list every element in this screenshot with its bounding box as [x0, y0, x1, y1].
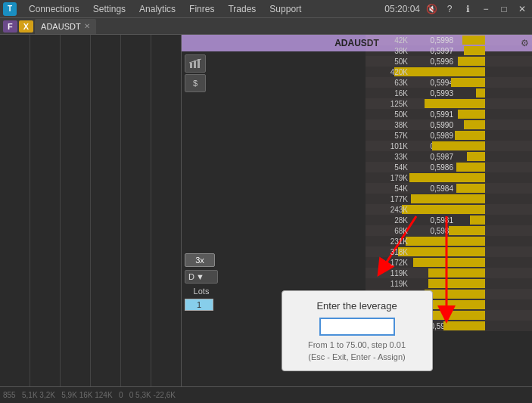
- tab-close-icon[interactable]: ✕: [84, 22, 90, 30]
- dollar-button[interactable]: $: [185, 74, 206, 92]
- price-bar: [451, 78, 485, 87]
- price-value: 0,5989: [411, 132, 455, 140]
- price-bar: [398, 247, 485, 256]
- chevron-down-icon: ▼: [196, 272, 204, 281]
- clock: 05:20:04: [384, 4, 420, 14]
- price-volume: 54K: [366, 184, 411, 193]
- price-bar: [456, 184, 485, 193]
- price-row: 63K0,5994: [366, 77, 532, 88]
- left-col-1: [0, 35, 30, 386]
- price-volume: 179K: [366, 174, 411, 182]
- price-row: 179K0,5985: [366, 172, 532, 183]
- tab-x[interactable]: X: [19, 20, 33, 33]
- nav-analytics[interactable]: Analytics: [133, 2, 182, 16]
- price-row: 54K0,5986: [366, 162, 532, 172]
- price-row: 243K0,5982: [366, 204, 532, 215]
- price-bar: [467, 152, 485, 161]
- mute-icon[interactable]: 🔇: [425, 2, 438, 16]
- price-row: 101K0,5988: [366, 141, 532, 151]
- close-button[interactable]: ✕: [515, 2, 529, 16]
- bottom-data: 855 5,1K 3,2K 5,9K 16K 124K 0 0 5,3K -22…: [0, 386, 532, 403]
- price-bar: [425, 99, 485, 108]
- price-bar: [464, 120, 485, 129]
- nav-trades[interactable]: Trades: [222, 2, 262, 16]
- price-volume: 318K: [366, 248, 411, 256]
- price-row: 318K0,5978: [366, 246, 532, 257]
- tab-f[interactable]: F: [3, 20, 17, 33]
- price-bar: [449, 226, 485, 235]
- price-bar: [409, 173, 485, 182]
- price-volume: 119K: [366, 269, 411, 277]
- price-row: 57K0,5989: [366, 130, 532, 141]
- info-icon[interactable]: ℹ: [461, 2, 474, 16]
- price-bar: [431, 311, 485, 320]
- minimize-button[interactable]: −: [479, 2, 493, 16]
- direction-dropdown[interactable]: D ▼: [185, 270, 218, 284]
- popup-title: Enter the leverage: [297, 300, 417, 312]
- price-volume: 420K: [366, 68, 411, 76]
- price-row: 38K0,5997: [366, 45, 532, 56]
- trading-controls: 3x D ▼ Lots 1: [185, 253, 218, 311]
- price-volume: 119K: [366, 280, 411, 288]
- left-col-2: [30, 35, 61, 386]
- price-bar: [464, 46, 485, 55]
- chart-toolbar: $: [185, 54, 206, 92]
- price-volume: 28K: [366, 216, 411, 225]
- price-bar: [458, 110, 485, 119]
- price-row: 68K0,5980: [366, 225, 532, 236]
- price-bar: [406, 237, 485, 246]
- help-icon[interactable]: ?: [443, 2, 456, 16]
- maximize-button[interactable]: □: [497, 2, 511, 16]
- price-volume: 57K: [366, 132, 411, 140]
- nav-menu: Connections Settings Analytics Finres Tr…: [23, 2, 307, 16]
- nav-settings[interactable]: Settings: [87, 2, 132, 16]
- price-row: 42K0,5998: [366, 35, 532, 45]
- price-value: 0,5991: [411, 110, 455, 119]
- price-volume: 38K: [366, 121, 411, 129]
- tab-adausdt[interactable]: ADAUSDT ✕: [35, 19, 96, 34]
- price-volume: 177K: [366, 195, 411, 203]
- price-value: 0,5987: [411, 153, 455, 161]
- lots-input[interactable]: 1: [185, 299, 213, 311]
- leverage-input[interactable]: [319, 318, 395, 336]
- price-bar: [428, 268, 485, 277]
- price-bar: [425, 290, 485, 299]
- price-bar: [470, 215, 485, 225]
- nav-support[interactable]: Support: [263, 2, 307, 16]
- price-value: 0,5997: [411, 47, 455, 55]
- price-row: 177K0,5983: [366, 194, 532, 204]
- price-value: 0,5993: [411, 89, 455, 98]
- title-bar-right: 05:20:04 🔇 ? ℹ − □ ✕: [384, 2, 529, 16]
- leverage-display[interactable]: 3x: [185, 253, 215, 267]
- bottom-col-1: 855 5,1K 3,2K 5,9K 16K 124K 0 0 5,3K -22…: [3, 391, 176, 399]
- price-volume: 54K: [366, 163, 411, 172]
- price-row: 50K0,5991: [366, 109, 532, 119]
- price-bar: [476, 88, 485, 98]
- title-bar: T Connections Settings Analytics Finres …: [0, 0, 532, 18]
- lots-label: Lots: [185, 287, 218, 296]
- price-row: 119K0,5975: [366, 278, 532, 289]
- price-bar: [428, 279, 485, 288]
- price-bar: [458, 57, 485, 66]
- price-bar: [456, 163, 485, 172]
- chart-type-button[interactable]: [185, 54, 206, 73]
- price-volume: 243K: [366, 206, 411, 214]
- nav-connections[interactable]: Connections: [23, 2, 86, 16]
- svg-rect-0: [190, 63, 192, 68]
- price-bar: [462, 36, 485, 45]
- price-volume: 33K: [366, 153, 411, 161]
- tab-bar: F X ADAUSDT ✕: [0, 18, 532, 35]
- title-bar-left: T Connections Settings Analytics Finres …: [3, 2, 307, 16]
- left-panel: [0, 35, 182, 386]
- price-volume: 125K: [366, 100, 411, 108]
- price-volume: 38K: [366, 47, 411, 55]
- nav-finres[interactable]: Finres: [183, 2, 220, 16]
- dollar-icon: $: [193, 79, 198, 88]
- price-volume: 231K: [366, 237, 411, 246]
- price-row: 231K0,5979: [366, 236, 532, 246]
- leverage-popup: Enter the leverage From 1 to 75.00, step…: [282, 290, 433, 371]
- price-volume: 63K: [366, 79, 411, 87]
- price-volume: 101K: [366, 142, 411, 150]
- price-value: 0,5994: [411, 79, 455, 87]
- price-volume: 68K: [366, 227, 411, 235]
